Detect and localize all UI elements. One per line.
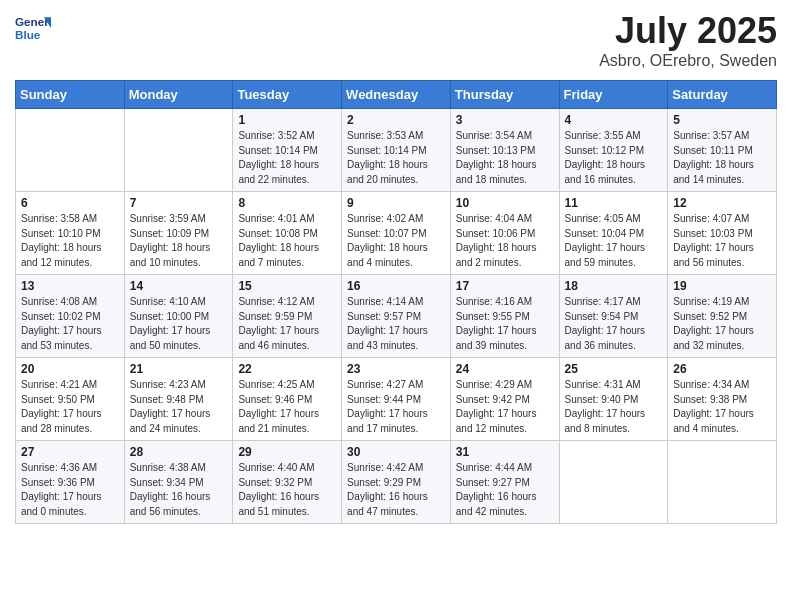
- day-number: 8: [238, 196, 336, 210]
- day-number: 3: [456, 113, 554, 127]
- calendar-cell: 4Sunrise: 3:55 AM Sunset: 10:12 PM Dayli…: [559, 109, 668, 192]
- day-number: 13: [21, 279, 119, 293]
- calendar-cell: [668, 441, 777, 524]
- day-number: 20: [21, 362, 119, 376]
- calendar-cell: 24Sunrise: 4:29 AM Sunset: 9:42 PM Dayli…: [450, 358, 559, 441]
- calendar-cell: 3Sunrise: 3:54 AM Sunset: 10:13 PM Dayli…: [450, 109, 559, 192]
- calendar-header-row: SundayMondayTuesdayWednesdayThursdayFrid…: [16, 81, 777, 109]
- day-info: Sunrise: 3:52 AM Sunset: 10:14 PM Daylig…: [238, 129, 336, 187]
- calendar-cell: 7Sunrise: 3:59 AM Sunset: 10:09 PM Dayli…: [124, 192, 233, 275]
- day-number: 14: [130, 279, 228, 293]
- day-info: Sunrise: 4:17 AM Sunset: 9:54 PM Dayligh…: [565, 295, 663, 353]
- calendar-cell: [16, 109, 125, 192]
- day-number: 2: [347, 113, 445, 127]
- calendar-cell: 14Sunrise: 4:10 AM Sunset: 10:00 PM Dayl…: [124, 275, 233, 358]
- day-number: 16: [347, 279, 445, 293]
- calendar-week-4: 20Sunrise: 4:21 AM Sunset: 9:50 PM Dayli…: [16, 358, 777, 441]
- calendar-week-3: 13Sunrise: 4:08 AM Sunset: 10:02 PM Dayl…: [16, 275, 777, 358]
- calendar-cell: 15Sunrise: 4:12 AM Sunset: 9:59 PM Dayli…: [233, 275, 342, 358]
- month-year-title: July 2025: [599, 10, 777, 52]
- weekday-header-thursday: Thursday: [450, 81, 559, 109]
- calendar-cell: 2Sunrise: 3:53 AM Sunset: 10:14 PM Dayli…: [342, 109, 451, 192]
- calendar-week-1: 1Sunrise: 3:52 AM Sunset: 10:14 PM Dayli…: [16, 109, 777, 192]
- day-number: 7: [130, 196, 228, 210]
- day-number: 18: [565, 279, 663, 293]
- svg-text:Blue: Blue: [15, 28, 41, 41]
- calendar-cell: 16Sunrise: 4:14 AM Sunset: 9:57 PM Dayli…: [342, 275, 451, 358]
- day-number: 1: [238, 113, 336, 127]
- calendar-cell: [124, 109, 233, 192]
- calendar-cell: [559, 441, 668, 524]
- day-number: 10: [456, 196, 554, 210]
- day-number: 28: [130, 445, 228, 459]
- day-number: 11: [565, 196, 663, 210]
- calendar-cell: 26Sunrise: 4:34 AM Sunset: 9:38 PM Dayli…: [668, 358, 777, 441]
- day-info: Sunrise: 4:25 AM Sunset: 9:46 PM Dayligh…: [238, 378, 336, 436]
- calendar-cell: 27Sunrise: 4:36 AM Sunset: 9:36 PM Dayli…: [16, 441, 125, 524]
- weekday-header-saturday: Saturday: [668, 81, 777, 109]
- calendar-cell: 6Sunrise: 3:58 AM Sunset: 10:10 PM Dayli…: [16, 192, 125, 275]
- day-info: Sunrise: 3:57 AM Sunset: 10:11 PM Daylig…: [673, 129, 771, 187]
- day-number: 12: [673, 196, 771, 210]
- day-info: Sunrise: 4:05 AM Sunset: 10:04 PM Daylig…: [565, 212, 663, 270]
- day-info: Sunrise: 4:14 AM Sunset: 9:57 PM Dayligh…: [347, 295, 445, 353]
- day-number: 27: [21, 445, 119, 459]
- day-number: 17: [456, 279, 554, 293]
- calendar-cell: 19Sunrise: 4:19 AM Sunset: 9:52 PM Dayli…: [668, 275, 777, 358]
- day-info: Sunrise: 3:54 AM Sunset: 10:13 PM Daylig…: [456, 129, 554, 187]
- day-info: Sunrise: 4:31 AM Sunset: 9:40 PM Dayligh…: [565, 378, 663, 436]
- day-info: Sunrise: 4:27 AM Sunset: 9:44 PM Dayligh…: [347, 378, 445, 436]
- day-info: Sunrise: 4:19 AM Sunset: 9:52 PM Dayligh…: [673, 295, 771, 353]
- calendar-cell: 17Sunrise: 4:16 AM Sunset: 9:55 PM Dayli…: [450, 275, 559, 358]
- day-number: 24: [456, 362, 554, 376]
- day-number: 30: [347, 445, 445, 459]
- day-info: Sunrise: 4:16 AM Sunset: 9:55 PM Dayligh…: [456, 295, 554, 353]
- day-info: Sunrise: 3:53 AM Sunset: 10:14 PM Daylig…: [347, 129, 445, 187]
- weekday-header-friday: Friday: [559, 81, 668, 109]
- calendar-cell: 29Sunrise: 4:40 AM Sunset: 9:32 PM Dayli…: [233, 441, 342, 524]
- calendar-cell: 12Sunrise: 4:07 AM Sunset: 10:03 PM Dayl…: [668, 192, 777, 275]
- weekday-header-tuesday: Tuesday: [233, 81, 342, 109]
- calendar-cell: 13Sunrise: 4:08 AM Sunset: 10:02 PM Dayl…: [16, 275, 125, 358]
- day-info: Sunrise: 4:44 AM Sunset: 9:27 PM Dayligh…: [456, 461, 554, 519]
- calendar-cell: 5Sunrise: 3:57 AM Sunset: 10:11 PM Dayli…: [668, 109, 777, 192]
- day-info: Sunrise: 4:23 AM Sunset: 9:48 PM Dayligh…: [130, 378, 228, 436]
- day-number: 22: [238, 362, 336, 376]
- calendar-week-2: 6Sunrise: 3:58 AM Sunset: 10:10 PM Dayli…: [16, 192, 777, 275]
- calendar-cell: 22Sunrise: 4:25 AM Sunset: 9:46 PM Dayli…: [233, 358, 342, 441]
- day-info: Sunrise: 4:10 AM Sunset: 10:00 PM Daylig…: [130, 295, 228, 353]
- calendar-table: SundayMondayTuesdayWednesdayThursdayFrid…: [15, 80, 777, 524]
- location-subtitle: Asbro, OErebro, Sweden: [599, 52, 777, 70]
- day-number: 19: [673, 279, 771, 293]
- day-info: Sunrise: 4:42 AM Sunset: 9:29 PM Dayligh…: [347, 461, 445, 519]
- day-number: 9: [347, 196, 445, 210]
- day-number: 26: [673, 362, 771, 376]
- day-info: Sunrise: 3:55 AM Sunset: 10:12 PM Daylig…: [565, 129, 663, 187]
- calendar-week-5: 27Sunrise: 4:36 AM Sunset: 9:36 PM Dayli…: [16, 441, 777, 524]
- calendar-cell: 11Sunrise: 4:05 AM Sunset: 10:04 PM Dayl…: [559, 192, 668, 275]
- day-number: 6: [21, 196, 119, 210]
- calendar-cell: 31Sunrise: 4:44 AM Sunset: 9:27 PM Dayli…: [450, 441, 559, 524]
- svg-text:General: General: [15, 15, 51, 28]
- calendar-cell: 25Sunrise: 4:31 AM Sunset: 9:40 PM Dayli…: [559, 358, 668, 441]
- day-number: 31: [456, 445, 554, 459]
- calendar-cell: 28Sunrise: 4:38 AM Sunset: 9:34 PM Dayli…: [124, 441, 233, 524]
- calendar-cell: 23Sunrise: 4:27 AM Sunset: 9:44 PM Dayli…: [342, 358, 451, 441]
- calendar-body: 1Sunrise: 3:52 AM Sunset: 10:14 PM Dayli…: [16, 109, 777, 524]
- day-info: Sunrise: 4:08 AM Sunset: 10:02 PM Daylig…: [21, 295, 119, 353]
- calendar-cell: 18Sunrise: 4:17 AM Sunset: 9:54 PM Dayli…: [559, 275, 668, 358]
- calendar-cell: 9Sunrise: 4:02 AM Sunset: 10:07 PM Dayli…: [342, 192, 451, 275]
- day-number: 4: [565, 113, 663, 127]
- day-info: Sunrise: 4:29 AM Sunset: 9:42 PM Dayligh…: [456, 378, 554, 436]
- day-info: Sunrise: 4:02 AM Sunset: 10:07 PM Daylig…: [347, 212, 445, 270]
- calendar-cell: 8Sunrise: 4:01 AM Sunset: 10:08 PM Dayli…: [233, 192, 342, 275]
- day-info: Sunrise: 4:07 AM Sunset: 10:03 PM Daylig…: [673, 212, 771, 270]
- day-number: 5: [673, 113, 771, 127]
- calendar-cell: 21Sunrise: 4:23 AM Sunset: 9:48 PM Dayli…: [124, 358, 233, 441]
- page-header: General Blue July 2025 Asbro, OErebro, S…: [15, 10, 777, 70]
- calendar-cell: 20Sunrise: 4:21 AM Sunset: 9:50 PM Dayli…: [16, 358, 125, 441]
- logo: General Blue: [15, 10, 55, 46]
- weekday-header-sunday: Sunday: [16, 81, 125, 109]
- day-number: 29: [238, 445, 336, 459]
- day-info: Sunrise: 4:38 AM Sunset: 9:34 PM Dayligh…: [130, 461, 228, 519]
